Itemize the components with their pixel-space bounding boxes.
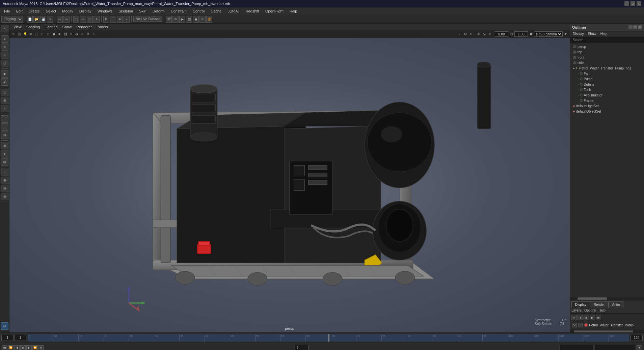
tree-item-details[interactable]: ├ ⬡ Details <box>570 82 644 87</box>
select-tool[interactable]: ⬚ <box>73 16 79 23</box>
render-btn4[interactable]: 🔆 <box>206 16 212 23</box>
pb-next-key[interactable]: ⏩ <box>32 345 38 350</box>
close-button[interactable]: ✕ <box>637 1 641 6</box>
node-editor[interactable]: ⊞ <box>1 142 8 149</box>
scale-mode[interactable]: ⤡ <box>1 52 8 59</box>
outliner-menu-display[interactable]: Display <box>571 32 585 36</box>
quick-layout-1[interactable]: ▫ <box>1 169 8 176</box>
vp-menu-lighting[interactable]: Lighting <box>43 25 60 29</box>
outliner-minimize[interactable]: ─ <box>628 25 633 29</box>
frame-current-input[interactable] <box>14 335 26 341</box>
outliner-hscroll[interactable] <box>570 297 644 300</box>
menu-deform[interactable]: Deform <box>150 8 167 14</box>
layer-link-layers[interactable]: Layers <box>571 309 582 312</box>
menu-file[interactable]: File <box>1 8 13 14</box>
vp-light-btn[interactable]: 💡 <box>22 31 28 37</box>
vp-wire-smooth[interactable]: ◼ <box>51 31 56 37</box>
hscroll-thumb[interactable] <box>578 297 607 300</box>
vp-res-high[interactable]: H <box>468 31 474 37</box>
move-tool[interactable]: ✛ <box>93 16 100 23</box>
pb-play[interactable]: ▶ <box>26 345 32 350</box>
vp-snap2[interactable]: ◎ <box>482 31 487 37</box>
menu-edit[interactable]: Edit <box>14 8 25 14</box>
tree-item-side[interactable]: 🎥 side <box>570 60 644 65</box>
menu-skin[interactable]: Skin <box>136 8 149 14</box>
move-mode[interactable]: ✛ <box>1 35 8 43</box>
layer-pb-next[interactable]: ⏭ <box>596 315 601 320</box>
quick-layout-4[interactable]: ⊠ <box>1 193 8 200</box>
vp-solid[interactable]: ■ <box>57 31 62 37</box>
tab-anim[interactable]: Anim <box>609 301 624 308</box>
pb-back[interactable]: ◀ <box>14 345 20 350</box>
snap-view-plane[interactable]: ▪ <box>124 16 130 23</box>
open-button[interactable]: 📂 <box>33 16 39 23</box>
tree-item-fan[interactable]: ├ ⬡ Fan <box>570 71 644 76</box>
paint-select-tool[interactable]: ⬡ <box>87 16 93 23</box>
outliner-menu-help[interactable]: Help <box>599 32 609 36</box>
pb-last[interactable]: ⏭ <box>38 345 44 350</box>
new-button[interactable]: 📄 <box>27 16 33 23</box>
vp-menu-show[interactable]: Show <box>60 25 74 29</box>
tool-settings[interactable]: ⊟ <box>1 132 8 139</box>
hypershade[interactable]: ◈ <box>1 150 8 157</box>
vp-menu-panels[interactable]: Panels <box>95 25 110 29</box>
render-current[interactable]: 🎬 <box>166 16 172 23</box>
render-btn3[interactable]: ⊙ <box>199 16 206 23</box>
layer-pb-prev[interactable]: ⏮ <box>571 315 577 320</box>
layer-p-button[interactable]: P <box>578 323 583 327</box>
vp-menu-renderer[interactable]: Renderer <box>74 25 94 29</box>
menu-openflight[interactable]: OpenFlight <box>263 8 286 14</box>
current-frame-input[interactable] <box>295 345 308 350</box>
outliner-close[interactable]: ✕ <box>638 25 642 29</box>
vp-frame-sel[interactable]: ⊡ <box>39 31 45 37</box>
tree-item-tank[interactable]: ├ ⬡ Tank <box>570 87 644 92</box>
menu-cache[interactable]: Cache <box>208 8 224 14</box>
snap-point[interactable]: ⊕ <box>117 16 123 23</box>
menu-constrain[interactable]: Constrain <box>168 8 189 14</box>
maximize-button[interactable]: □ <box>630 1 635 6</box>
mode-dropdown[interactable]: Rigging <box>1 16 23 23</box>
menu-control[interactable]: Control <box>190 8 207 14</box>
outliner-search-input[interactable] <box>571 37 643 43</box>
vp-gamma-arrow[interactable]: ▼ <box>563 31 568 37</box>
rotate-mode[interactable]: ↻ <box>1 43 8 51</box>
tree-item-lightset[interactable]: ◈ defaultLightSet <box>570 103 644 109</box>
lasso-tool[interactable]: ○ <box>80 16 86 23</box>
char-set-menu[interactable]: ▼ <box>637 345 642 350</box>
quick-layout-2[interactable]: ⊞ <box>1 177 8 184</box>
anim-layer-input[interactable]: No Anim Layer <box>560 345 593 350</box>
layer-pb-play[interactable]: ▶ <box>590 315 595 320</box>
vp-value2-input[interactable]: 1.00 <box>514 31 528 37</box>
vp-xray[interactable]: X <box>85 31 91 37</box>
select-mode[interactable]: ↖ <box>1 25 8 32</box>
tree-item-accumulator[interactable]: ├ ⬡ Accumulator <box>570 92 644 98</box>
menu-windows[interactable]: Windows <box>95 8 115 14</box>
menu-select[interactable]: Select <box>43 8 59 14</box>
viewport[interactable]: View Shading Lighting Show Renderer Pane… <box>9 24 570 332</box>
tab-render[interactable]: Render <box>590 301 609 308</box>
soft-mod-tool[interactable]: ◐ <box>1 70 8 78</box>
vp-texture[interactable]: 🖼 <box>62 31 68 37</box>
right-panel-hscroll[interactable] <box>570 330 644 332</box>
vp-frame-all[interactable]: ⬚ <box>34 31 39 37</box>
render-layers[interactable]: ⊞ <box>1 97 8 104</box>
anim-layers[interactable]: ≡ <box>1 105 8 112</box>
pb-prev-key[interactable]: ⏪ <box>8 345 14 350</box>
menu-modify[interactable]: Modify <box>59 8 76 14</box>
vp-iso[interactable]: ○ <box>91 31 97 37</box>
snap-curve[interactable]: ⌒ <box>110 16 116 23</box>
vp-value1-input[interactable]: 0.00 <box>495 31 508 37</box>
menu-display[interactable]: Display <box>77 8 94 14</box>
save-button[interactable]: 💾 <box>40 16 46 23</box>
save-as-button[interactable]: 🖫 <box>47 16 53 23</box>
channel-box[interactable]: ☵ <box>1 115 8 123</box>
undo-button[interactable]: ↩ <box>57 16 63 23</box>
tree-item-frame[interactable]: └ ⬡ Frame <box>570 98 644 103</box>
vp-aa[interactable]: A <box>80 31 85 37</box>
vp-menu-shading[interactable]: Shading <box>24 25 42 29</box>
vp-shadow[interactable]: ◑ <box>74 31 79 37</box>
tree-item-pump[interactable]: ├ ⬡ Pump <box>570 76 644 82</box>
menu-skeleton[interactable]: Skeleton <box>116 8 136 14</box>
layer-pb-stop[interactable]: ■ <box>584 315 589 320</box>
quick-layout-3[interactable]: ⊟ <box>1 185 8 192</box>
